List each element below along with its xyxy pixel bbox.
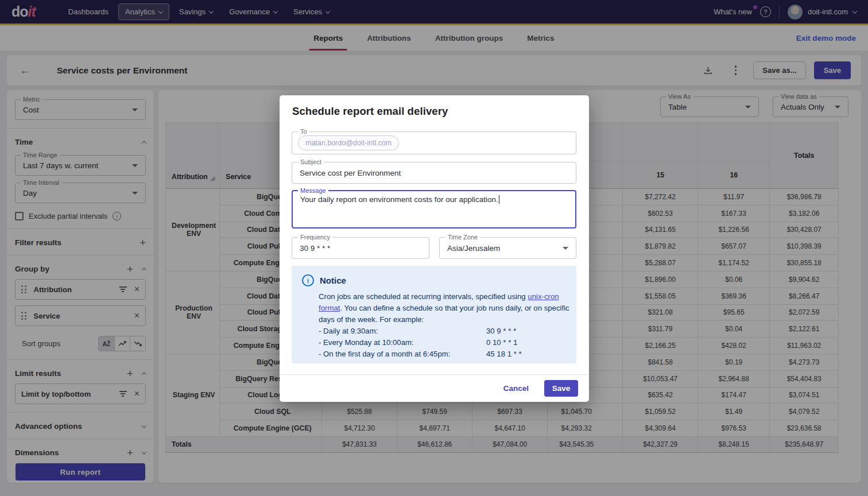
- frequency-value: 30 9 * * *: [292, 238, 429, 258]
- cron-example-row: - On the first day of a month at 6:45pm:…: [319, 348, 566, 360]
- text-cursor: [499, 195, 499, 204]
- to-field[interactable]: To matan.bordo@doit-intl.com: [292, 131, 576, 154]
- cron-example-row: - Daily at 9:30am:30 9 * * *: [319, 326, 566, 337]
- to-label: To: [298, 128, 309, 135]
- subject-value: Service cost per Environment: [292, 162, 576, 183]
- recipient-chip[interactable]: matan.bordo@doit-intl.com: [298, 135, 399, 150]
- notice-title: Notice: [320, 276, 346, 285]
- dialog-title: Schedule report email delivery: [292, 105, 448, 118]
- cancel-button[interactable]: Cancel: [503, 384, 529, 393]
- frequency-label: Frequency: [298, 234, 332, 241]
- notice-body: Cron jobs are scheduled at recurring int…: [319, 291, 571, 326]
- message-value: Your daily report on environment costs f…: [300, 195, 498, 204]
- dialog-footer: Cancel Save: [280, 374, 589, 402]
- page: doit DashboardsAnalyticsSavingsGovernanc…: [0, 0, 868, 496]
- subject-label: Subject: [298, 158, 324, 165]
- subject-field[interactable]: Subject Service cost per Environment: [292, 162, 576, 184]
- message-field[interactable]: Message Your daily report on environment…: [292, 190, 576, 228]
- timezone-select[interactable]: Time Zone Asia/Jerusalem: [439, 237, 576, 259]
- timezone-label: Time Zone: [445, 234, 480, 241]
- message-label: Message: [298, 187, 328, 194]
- schedule-email-dialog: Schedule report email delivery To matan.…: [280, 95, 589, 402]
- cron-example-row: - Every Monday at 10:00am:0 10 * * 1: [319, 337, 566, 348]
- cron-examples: - Daily at 9:30am:30 9 * * *- Every Mond…: [302, 326, 566, 360]
- timezone-value: Asia/Jerusalem: [447, 244, 500, 253]
- frequency-field[interactable]: Frequency 30 9 * * *: [292, 237, 429, 259]
- dropdown-arrow-icon: [563, 247, 568, 250]
- info-icon: i: [302, 274, 314, 286]
- cron-notice-panel: i Notice Cron jobs are scheduled at recu…: [292, 266, 576, 363]
- save-schedule-button[interactable]: Save: [544, 380, 578, 397]
